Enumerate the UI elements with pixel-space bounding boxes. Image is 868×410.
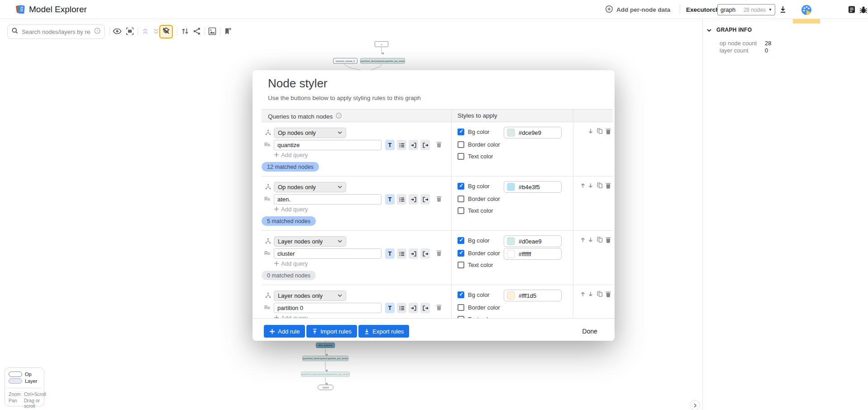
- import-rules-button[interactable]: Import rules: [306, 325, 357, 338]
- outputs-match-toggle[interactable]: [420, 140, 430, 150]
- query-regex-input[interactable]: [274, 248, 382, 259]
- query-regex-input[interactable]: [274, 303, 382, 313]
- delete-rule-icon[interactable]: [605, 291, 612, 298]
- attrs-match-toggle[interactable]: [397, 248, 406, 259]
- bg-color-checkbox[interactable]: [458, 129, 464, 135]
- move-rule-up-icon[interactable]: [579, 236, 587, 244]
- text-match-toggle[interactable]: T: [385, 303, 395, 313]
- outputs-match-toggle[interactable]: [420, 194, 430, 205]
- text-color-checkbox[interactable]: [458, 207, 464, 214]
- graph-node-input[interactable]: x: [375, 41, 388, 47]
- inputs-match-toggle[interactable]: [409, 194, 418, 205]
- styler-rule: Layer nodes only Re T Add query Bg color: [262, 285, 613, 318]
- delete-query-icon[interactable]: [435, 195, 443, 204]
- delete-rule-icon[interactable]: [605, 236, 612, 244]
- add-rule-button[interactable]: Add rule: [264, 325, 305, 338]
- query-regex-input[interactable]: [274, 194, 382, 205]
- done-button[interactable]: Done: [582, 325, 597, 338]
- hex-color-input[interactable]: [519, 184, 555, 191]
- delete-rule-icon[interactable]: [605, 182, 612, 190]
- graph-node-dequantize[interactable]: quantized_decomposed.dequantize_per_tens…: [301, 372, 350, 377]
- bookmark-add-icon[interactable]: [223, 26, 233, 36]
- inputs-match-toggle[interactable]: [409, 248, 418, 259]
- border-color-checkbox[interactable]: [458, 250, 464, 257]
- duplicate-rule-icon[interactable]: [596, 182, 604, 190]
- swap-vertical-icon[interactable]: [180, 26, 190, 36]
- hex-color-input[interactable]: [519, 251, 555, 257]
- help-icon[interactable]: ?: [335, 112, 342, 120]
- inputs-match-toggle[interactable]: [409, 303, 418, 313]
- delete-query-icon[interactable]: [435, 304, 443, 313]
- node-type-select[interactable]: Op nodes only: [274, 182, 346, 192]
- query-regex-input[interactable]: [274, 140, 382, 150]
- duplicate-rule-icon[interactable]: [596, 291, 604, 298]
- add-query-button[interactable]: Add query: [274, 314, 308, 318]
- graph-selector[interactable]: graph 28 nodes ▼: [717, 4, 775, 15]
- move-rule-down-icon[interactable]: [587, 236, 595, 244]
- search-input[interactable]: [22, 29, 91, 35]
- graph-node-aten[interactable]: aten_squeeze: [316, 343, 335, 348]
- bg-color-checkbox[interactable]: [458, 291, 464, 298]
- add-query-button[interactable]: Add query: [274, 205, 308, 213]
- collapse-panel-button[interactable]: [690, 400, 700, 410]
- duplicate-rule-icon[interactable]: [596, 128, 604, 135]
- flatten-layers-toggle[interactable]: [159, 25, 173, 38]
- border-color-checkbox[interactable]: [458, 195, 464, 202]
- bg-color-checkbox[interactable]: [458, 237, 464, 244]
- color-swatch[interactable]: [507, 129, 515, 137]
- export-rules-button[interactable]: Export rules: [358, 325, 409, 338]
- node-type-select[interactable]: Op nodes only: [274, 128, 346, 138]
- text-match-toggle[interactable]: T: [385, 194, 395, 205]
- visibility-icon[interactable]: [112, 26, 122, 36]
- attrs-match-toggle[interactable]: [397, 140, 406, 150]
- node-type-select[interactable]: Layer nodes only: [274, 291, 346, 301]
- color-swatch[interactable]: [507, 237, 515, 245]
- graph-node-lowered-module[interactable]: lowered_module_0: [333, 58, 358, 64]
- delete-query-icon[interactable]: [435, 141, 443, 150]
- search-help-icon[interactable]: ?: [94, 27, 101, 36]
- hex-color-input[interactable]: [519, 292, 555, 299]
- add-query-button[interactable]: Add query: [274, 151, 308, 158]
- text-color-checkbox[interactable]: [458, 153, 464, 160]
- move-rule-down-icon[interactable]: [587, 182, 595, 190]
- share-graph-icon[interactable]: [192, 26, 202, 36]
- hex-color-input[interactable]: [519, 238, 555, 245]
- fit-to-screen-icon[interactable]: [125, 26, 135, 36]
- outputs-match-toggle[interactable]: [420, 303, 430, 313]
- color-swatch[interactable]: [507, 250, 515, 258]
- rules-document-icon[interactable]: [847, 5, 856, 14]
- bug-report-icon[interactable]: [859, 5, 868, 14]
- move-rule-down-icon[interactable]: [587, 128, 595, 135]
- add-query-button[interactable]: Add query: [274, 260, 308, 267]
- duplicate-rule-icon[interactable]: [596, 236, 604, 244]
- move-rule-down-icon[interactable]: [587, 291, 595, 298]
- bg-color-field: [504, 127, 562, 138]
- text-color-checkbox[interactable]: [458, 262, 464, 268]
- hex-color-input[interactable]: [519, 129, 555, 136]
- graph-node-output[interactable]: output: [318, 385, 334, 390]
- expand-all-icon[interactable]: [140, 26, 150, 36]
- bg-color-checkbox[interactable]: [458, 183, 464, 190]
- inputs-match-toggle[interactable]: [409, 140, 418, 150]
- text-match-toggle[interactable]: T: [385, 140, 395, 150]
- attrs-match-toggle[interactable]: [397, 194, 406, 205]
- color-swatch[interactable]: [507, 183, 515, 191]
- graph-node-quantize-bottom[interactable]: quantized_decomposed.quantize_per_tensor: [302, 356, 348, 361]
- border-color-checkbox[interactable]: [458, 304, 464, 311]
- node-type-select[interactable]: Layer nodes only: [274, 236, 346, 247]
- download-graph-icon[interactable]: [778, 5, 787, 14]
- node-styler-palette-icon[interactable]: [801, 4, 812, 16]
- move-rule-up-icon[interactable]: [579, 182, 587, 190]
- delete-query-icon[interactable]: [435, 249, 443, 258]
- add-per-node-data-button[interactable]: Add per-node data: [605, 0, 670, 19]
- export-image-icon[interactable]: [207, 26, 217, 36]
- delete-rule-icon[interactable]: [605, 128, 612, 135]
- outputs-match-toggle[interactable]: [420, 248, 430, 259]
- text-match-toggle[interactable]: T: [385, 248, 395, 259]
- border-color-checkbox[interactable]: [458, 141, 464, 148]
- attrs-match-toggle[interactable]: [397, 303, 406, 313]
- graph-node-quantize[interactable]: quantized_decomposed.quantize_per_tensor: [360, 58, 405, 64]
- node-type-icon: [265, 238, 272, 246]
- move-rule-up-icon[interactable]: [579, 291, 587, 298]
- color-swatch[interactable]: [507, 291, 515, 300]
